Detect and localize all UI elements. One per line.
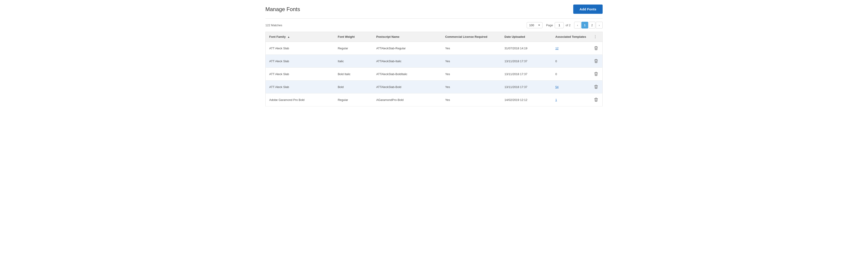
col-header-font-family[interactable]: Font Family ▲: [266, 32, 334, 42]
cell-postscript: ATTAleckSlab-Bold: [373, 81, 442, 93]
sort-asc-icon: ▲: [287, 35, 290, 38]
cell-postscript: ATTAleckSlab-Regular: [373, 42, 442, 55]
cell-date: 13/11/2018 17:37: [501, 67, 552, 81]
chevron-down-icon: [538, 25, 540, 26]
col-header-date: Date Uploaded: [501, 32, 552, 42]
table-row: ATT Aleck Slab Bold ATTAleckSlab-Bold Ye…: [266, 81, 602, 93]
cell-font-family: ATT Aleck Slab: [266, 42, 334, 55]
cell-font-family: ATT Aleck Slab: [266, 81, 334, 93]
col-header-postscript: Postscript Name: [373, 32, 442, 42]
delete-button[interactable]: [593, 71, 599, 77]
cell-templates: 12: [552, 42, 590, 55]
cell-commercial: Yes: [441, 55, 501, 67]
cell-templates: 0: [552, 55, 590, 67]
page-1-button[interactable]: 1: [581, 22, 588, 28]
matches-count: 122 Matches: [266, 24, 282, 27]
prev-page-button[interactable]: ‹: [574, 22, 581, 28]
cell-templates: 1: [552, 93, 590, 106]
cell-actions: [590, 42, 602, 55]
cell-date: 13/11/2018 17:37: [501, 55, 552, 67]
fonts-table: Font Family ▲ Font Weight Postscript Nam…: [266, 32, 602, 106]
cell-actions: [590, 55, 602, 67]
col-header-templates: Associated Templates: [552, 32, 590, 42]
delete-button[interactable]: [593, 84, 599, 90]
cell-date: 14/02/2019 12:12: [501, 93, 552, 106]
cell-font-weight: Bold: [334, 81, 373, 93]
delete-button[interactable]: [593, 45, 599, 51]
next-page-button[interactable]: ›: [596, 22, 602, 28]
delete-button[interactable]: [593, 58, 599, 64]
cell-font-weight: Regular: [334, 93, 373, 106]
trash-icon: [594, 59, 598, 63]
table-row: Adobe Garamond Pro Bold Regular AGaramon…: [266, 93, 602, 106]
toolbar: 122 Matches 100 Page of 2 ‹ 1 2: [266, 19, 602, 32]
templates-count: 0: [555, 73, 557, 76]
page-title: Manage Fonts: [266, 6, 300, 12]
trash-icon: [594, 72, 598, 76]
trash-icon: [594, 98, 598, 102]
cell-font-family: ATT Aleck Slab: [266, 55, 334, 67]
table-row: ATT Aleck Slab Regular ATTAleckSlab-Regu…: [266, 42, 602, 55]
templates-link[interactable]: 12: [555, 47, 559, 50]
delete-button[interactable]: [593, 96, 599, 103]
page-input[interactable]: [555, 22, 564, 28]
table-row: ATT Aleck Slab Bold Italic ATTAleckSlab-…: [266, 67, 602, 81]
cell-templates: 54: [552, 81, 590, 93]
cell-font-weight: Regular: [334, 42, 373, 55]
page-label: Page: [546, 24, 553, 27]
templates-link[interactable]: 54: [555, 85, 559, 89]
cell-commercial: Yes: [441, 42, 501, 55]
cell-templates: 0: [552, 67, 590, 81]
table-row: ATT Aleck Slab Italic ATTAleckSlab-Itali…: [266, 55, 602, 67]
trash-icon: [594, 46, 598, 51]
cell-font-family: Adobe Garamond Pro Bold: [266, 93, 334, 106]
cell-commercial: Yes: [441, 67, 501, 81]
column-filter-icon: ⋮: [593, 35, 597, 39]
cell-commercial: Yes: [441, 93, 501, 106]
cell-font-weight: Bold Italic: [334, 67, 373, 81]
pagination-controls: 100 Page of 2 ‹ 1 2 ›: [527, 22, 602, 28]
cell-postscript: ATTAleckSlab-Italic: [373, 55, 442, 67]
page-2-button[interactable]: 2: [589, 22, 595, 28]
of-text: of 2: [565, 24, 570, 27]
page-header: Manage Fonts Add Fonts: [266, 4, 602, 19]
cell-actions: [590, 67, 602, 81]
add-fonts-button[interactable]: Add Fonts: [573, 4, 602, 14]
trash-icon: [594, 85, 598, 89]
cell-font-family: ATT Aleck Slab: [266, 67, 334, 81]
table-header: Font Family ▲ Font Weight Postscript Nam…: [266, 32, 602, 42]
chevron-right-icon: ›: [599, 24, 600, 27]
cell-postscript: AGaramondPro-Bold: [373, 93, 442, 106]
templates-link[interactable]: 1: [555, 98, 557, 102]
cell-commercial: Yes: [441, 81, 501, 93]
col-header-commercial: Commercial License Required: [441, 32, 501, 42]
cell-date: 31/07/2018 14:19: [501, 42, 552, 55]
per-page-select[interactable]: 100: [527, 22, 542, 28]
page-nav: ‹ 1 2 ›: [574, 22, 602, 28]
templates-count: 0: [555, 59, 557, 63]
per-page-value: 100: [529, 24, 534, 27]
cell-actions: [590, 93, 602, 106]
col-header-font-weight: Font Weight: [334, 32, 373, 42]
cell-date: 13/11/2018 17:37: [501, 81, 552, 93]
chevron-left-icon: ‹: [577, 24, 578, 27]
col-header-actions: ⋮: [590, 32, 602, 42]
cell-font-weight: Italic: [334, 55, 373, 67]
table-body: ATT Aleck Slab Regular ATTAleckSlab-Regu…: [266, 42, 602, 106]
cell-postscript: ATTAleckSlab-BoldItalic: [373, 67, 442, 81]
cell-actions: [590, 81, 602, 93]
